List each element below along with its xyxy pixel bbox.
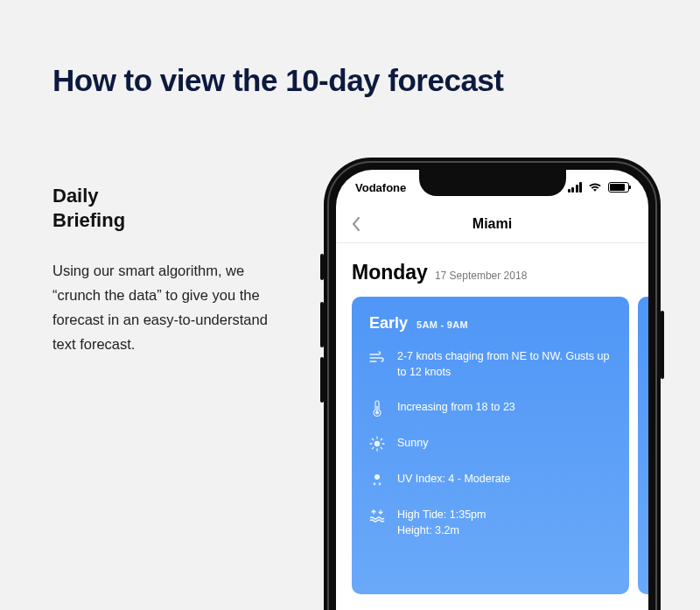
wifi-icon [588, 182, 602, 193]
svg-point-11 [374, 474, 380, 480]
wind-text: 2-7 knots chaging from NE to NW. Gusts u… [397, 348, 612, 380]
svg-rect-1 [376, 406, 377, 412]
daily-briefing-heading: Daily Briefing [52, 184, 271, 232]
heading-line-1: Daily [52, 185, 99, 207]
svg-line-7 [372, 439, 374, 441]
forecast-card-early[interactable]: Early 5AM - 9AM 2-7 knots chaging from N… [352, 297, 629, 594]
nav-bar: Miami [336, 205, 648, 243]
thermometer-icon [369, 400, 385, 416]
signal-icon [568, 182, 583, 193]
description-panel: Daily Briefing Using our smart algorithm… [52, 184, 271, 356]
uv-text: UV Index: 4 - Moderate [397, 471, 510, 487]
svg-point-2 [374, 441, 380, 446]
phone-side-button [661, 311, 664, 379]
page-title: How to view the 10-day forecast [52, 63, 503, 98]
sky-text: Sunny [397, 435, 428, 451]
phone-mock: Vodafone Miami Monday 17 September 2018 [324, 158, 661, 610]
forecast-card-next-peek[interactable] [638, 297, 648, 594]
heading-line-2: Briefing [52, 209, 125, 231]
battery-icon [608, 182, 629, 193]
carrier-label: Vodafone [355, 181, 406, 194]
uv-metric: UV Index: 4 - Moderate [369, 471, 612, 487]
temp-metric: Increasing from 18 to 23 [369, 399, 612, 416]
location-title: Miami [472, 216, 512, 232]
wind-icon [369, 349, 385, 365]
day-header: Monday 17 September 2018 [352, 261, 633, 284]
phone-notch [419, 170, 566, 196]
svg-line-9 [372, 447, 374, 449]
forecast-content: Monday 17 September 2018 Early 5AM - 9AM [336, 243, 648, 594]
chevron-left-icon [351, 216, 361, 232]
svg-line-10 [381, 439, 382, 441]
svg-point-12 [374, 483, 376, 486]
tide-icon [369, 508, 385, 523]
period-time: 5AM - 9AM [416, 319, 468, 330]
uv-icon [369, 472, 385, 487]
svg-line-8 [381, 447, 382, 449]
day-date: 17 September 2018 [435, 270, 527, 282]
back-button[interactable] [348, 216, 364, 232]
sun-icon [369, 436, 385, 452]
phone-screen: Vodafone Miami Monday 17 September 2018 [336, 170, 648, 610]
wind-metric: 2-7 knots chaging from NE to NW. Gusts u… [369, 348, 612, 380]
sky-metric: Sunny [369, 435, 612, 452]
temp-text: Increasing from 18 to 23 [397, 399, 515, 415]
daily-briefing-body: Using our smart algorithm, we “crunch th… [52, 258, 271, 356]
svg-point-13 [379, 483, 382, 486]
tide-metric: High Tide: 1:35pm Height: 3.2m [369, 507, 612, 538]
phone-frame: Vodafone Miami Monday 17 September 2018 [324, 158, 661, 610]
day-name: Monday [352, 261, 428, 284]
tide-text: High Tide: 1:35pm Height: 3.2m [397, 507, 486, 538]
period-name: Early [369, 314, 408, 333]
